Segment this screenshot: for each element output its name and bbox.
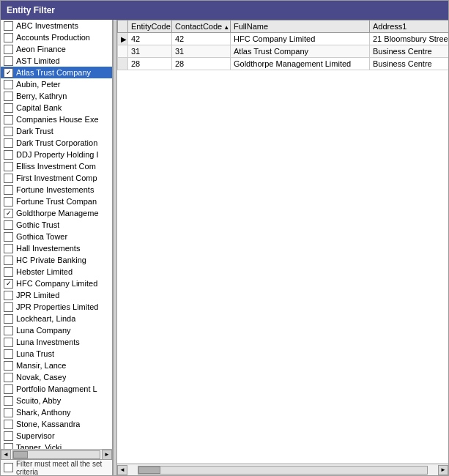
entity-item[interactable]: JPR Properties Limited [1,301,112,313]
entity-checkbox[interactable] [4,33,13,42]
left-panel: ABC InvestmentsAccounts ProductionAeon F… [1,20,113,475]
entity-checkbox[interactable] [4,150,13,160]
entity-item[interactable]: AST Limited [1,55,112,67]
entity-label: Fortune Investements [16,185,94,194]
entity-item[interactable]: Tanner, Vicki [1,442,112,449]
entity-checkbox[interactable] [4,209,13,218]
entity-list[interactable]: ABC InvestmentsAccounts ProductionAeon F… [1,20,112,449]
table-header-contactCode[interactable]: ContactCode▲ [172,21,231,33]
entity-checkbox[interactable] [4,420,13,429]
entity-checkbox[interactable] [4,115,13,124]
entity-checkbox[interactable] [4,174,13,183]
table-row[interactable]: ▶4242HFC Company Limited21 Bloomsbury St… [118,33,449,45]
entity-item[interactable]: Aeon Finance [1,43,112,55]
entity-item[interactable]: JPR Limited [1,289,112,301]
entity-item[interactable]: Capital Bank [1,102,112,114]
entity-checkbox[interactable] [4,349,13,359]
table-row[interactable]: 3131Atlas Trust CompanyBusiness CentreTe… [118,45,449,58]
entity-item[interactable]: DDJ Property Holding I [1,149,112,160]
scroll-left-btn[interactable]: ◄ [1,450,11,460]
entity-item[interactable]: Supervisor [1,430,112,442]
scrollbar-track[interactable] [138,466,428,475]
entity-item[interactable]: Dark Trust Corporation [1,137,112,149]
entity-checkbox[interactable] [4,338,13,347]
filter-checkbox[interactable] [4,463,13,472]
row-marker [118,45,128,58]
entity-item[interactable]: Accounts Production [1,31,112,43]
entity-label: HC Private Banking [16,256,86,264]
table-header-fullName[interactable]: FullName [231,21,370,33]
entity-item[interactable]: ABC Investments [1,20,112,31]
scroll-left-table-btn[interactable]: ◄ [117,465,127,475]
table-scroll[interactable]: EntityCodeContactCode▲FullNameAddress1Ad… [117,20,448,464]
entity-item[interactable]: Fortune Investements [1,184,112,196]
scroll-right-table-btn[interactable]: ► [438,465,448,475]
entity-checkbox[interactable] [4,361,13,371]
entity-checkbox[interactable] [4,127,13,136]
entity-item[interactable]: Fortune Trust Compan [1,196,112,207]
entity-label: Hall Investements [16,244,80,253]
bottom-scrollbar: ◄ ► [117,464,448,475]
entity-item[interactable]: HC Private Banking [1,254,112,266]
entity-item[interactable]: Novak, Casey [1,371,112,383]
entity-checkbox[interactable] [4,80,13,89]
entity-label: Dark Trust [16,127,53,135]
table-row[interactable]: 2828Goldthorpe Management LimitedBusines… [118,58,449,70]
table-header-address1[interactable]: Address1 [370,21,449,33]
entity-item[interactable]: Luna Trust [1,348,112,360]
entity-item[interactable]: Dark Trust [1,125,112,137]
table-header-entityCode[interactable]: EntityCode [128,21,172,33]
entity-checkbox[interactable] [4,443,13,450]
entity-checkbox[interactable] [4,408,13,417]
entity-checkbox[interactable] [4,197,13,207]
scroll-right-btn[interactable]: ► [102,450,112,460]
scrollbar-thumb[interactable] [138,466,160,474]
entity-checkbox[interactable] [4,220,13,230]
entity-item[interactable]: Mansir, Lance [1,360,112,371]
entity-item[interactable]: Portfolio Managment L [1,383,112,395]
entity-checkbox[interactable] [4,92,13,101]
entity-item[interactable]: Luna Company [1,324,112,336]
entity-checkbox[interactable] [4,162,13,171]
entity-checkbox[interactable] [4,279,13,289]
entity-item[interactable]: HFC Company Limited [1,278,112,289]
entity-checkbox[interactable] [4,431,13,441]
entity-item[interactable]: Elliss Investment Com [1,160,112,172]
entity-checkbox[interactable] [4,45,13,54]
entity-item[interactable]: Companies House Exe [1,114,112,125]
entity-item[interactable]: Luna Investments [1,336,112,348]
entity-item[interactable]: Hebster Limited [1,266,112,278]
entity-checkbox[interactable] [4,256,13,265]
entity-item[interactable]: Stone, Kassandra [1,418,112,430]
entity-checkbox[interactable] [4,326,13,335]
table-header-marker [118,21,128,33]
entity-item[interactable]: First Investment Comp [1,172,112,184]
entity-item[interactable]: Shark, Anthony [1,406,112,418]
entity-checkbox[interactable] [4,244,13,253]
entity-label: Luna Investments [16,338,80,346]
entity-item[interactable]: Gothic Trust [1,219,112,231]
row-marker [118,58,128,70]
entity-checkbox[interactable] [4,302,13,312]
entity-item[interactable]: Goldthorpe Manageme [1,207,112,219]
entity-checkbox[interactable] [4,291,13,300]
entity-checkbox[interactable] [4,314,13,324]
entity-checkbox[interactable] [4,103,13,113]
entity-item[interactable]: Atlas Trust Company [1,67,112,78]
entity-item[interactable]: Berry, Kathryn [1,90,112,102]
entity-checkbox[interactable] [4,56,13,66]
entity-checkbox[interactable] [4,185,13,195]
entity-item[interactable]: Hall Investements [1,242,112,254]
entity-checkbox[interactable] [4,21,13,31]
entity-item[interactable]: Lockheart, Linda [1,313,112,324]
entity-checkbox[interactable] [4,373,13,382]
entity-item[interactable]: Gothica Tower [1,231,112,242]
entity-checkbox[interactable] [4,232,13,242]
entity-checkbox[interactable] [4,384,13,394]
entity-checkbox[interactable] [4,138,13,148]
entity-item[interactable]: Scuito, Abby [1,395,112,406]
entity-checkbox[interactable] [4,267,13,277]
entity-item[interactable]: Aubin, Peter [1,78,112,90]
entity-checkbox[interactable] [4,68,13,78]
entity-checkbox[interactable] [4,396,13,406]
